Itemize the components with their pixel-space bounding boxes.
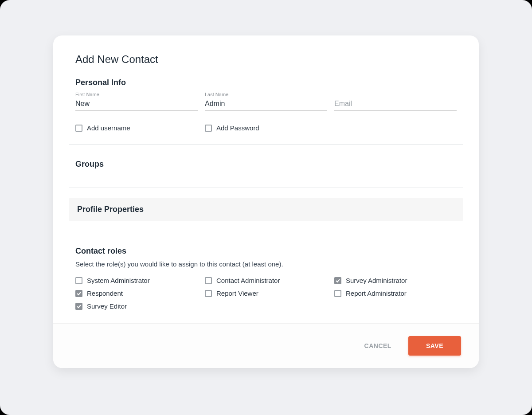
role-checkbox[interactable]: Respondent	[75, 290, 198, 297]
role-checkbox[interactable]: Survey Editor	[75, 302, 198, 310]
first-name-label: First Name	[75, 92, 99, 97]
role-checkbox[interactable]: Report Viewer	[205, 290, 327, 297]
checkbox-icon	[334, 290, 341, 297]
checkbox-icon	[205, 290, 212, 297]
profile-properties-bar[interactable]: Profile Properties	[69, 198, 463, 221]
checkbox-icon	[334, 277, 341, 284]
add-password-label: Add Password	[216, 124, 259, 132]
add-contact-dialog: Add New Contact Personal Info First Name…	[53, 35, 479, 368]
first-name-input[interactable]	[75, 100, 198, 108]
role-label: Contact Administrator	[216, 277, 280, 284]
first-name-field-wrap: First Name	[75, 92, 198, 111]
cancel-button[interactable]: CANCEL	[364, 342, 391, 349]
add-username-label: Add username	[87, 124, 130, 132]
role-label: Report Viewer	[216, 290, 258, 297]
checkbox-icon	[205, 277, 212, 284]
checkbox-icon	[75, 303, 82, 310]
role-label: Survey Administrator	[346, 277, 407, 284]
section-personal-info: Personal Info	[75, 78, 457, 87]
role-label: System Administrator	[87, 277, 150, 284]
add-password-checkbox[interactable]: Add Password	[205, 124, 327, 132]
save-button[interactable]: SAVE	[408, 336, 461, 356]
email-field-wrap	[334, 92, 457, 111]
roles-hint: Select the role(s) you would like to ass…	[75, 260, 457, 268]
role-label: Survey Editor	[87, 302, 127, 310]
last-name-field-wrap: Last Name	[205, 92, 327, 111]
checkbox-icon	[75, 277, 82, 284]
add-username-checkbox[interactable]: Add username	[75, 124, 198, 132]
section-profile-properties: Profile Properties	[77, 205, 455, 214]
checkbox-icon	[75, 290, 82, 297]
last-name-input[interactable]	[205, 100, 327, 108]
roles-grid: System AdministratorContact Administrato…	[75, 277, 457, 310]
page-title: Add New Contact	[75, 53, 457, 66]
section-contact-roles: Contact roles	[75, 247, 457, 256]
role-checkbox[interactable]: Report Administrator	[334, 290, 457, 297]
section-groups: Groups	[75, 160, 457, 169]
email-input[interactable]	[334, 100, 457, 108]
checkbox-icon	[75, 125, 82, 132]
role-label: Respondent	[87, 290, 123, 297]
last-name-label: Last Name	[205, 92, 228, 97]
role-checkbox[interactable]: Contact Administrator	[205, 277, 327, 284]
role-checkbox[interactable]: System Administrator	[75, 277, 198, 284]
checkbox-icon	[205, 125, 212, 132]
role-label: Report Administrator	[346, 290, 407, 297]
role-checkbox[interactable]: Survey Administrator	[334, 277, 457, 284]
dialog-footer: CANCEL SAVE	[53, 323, 479, 368]
